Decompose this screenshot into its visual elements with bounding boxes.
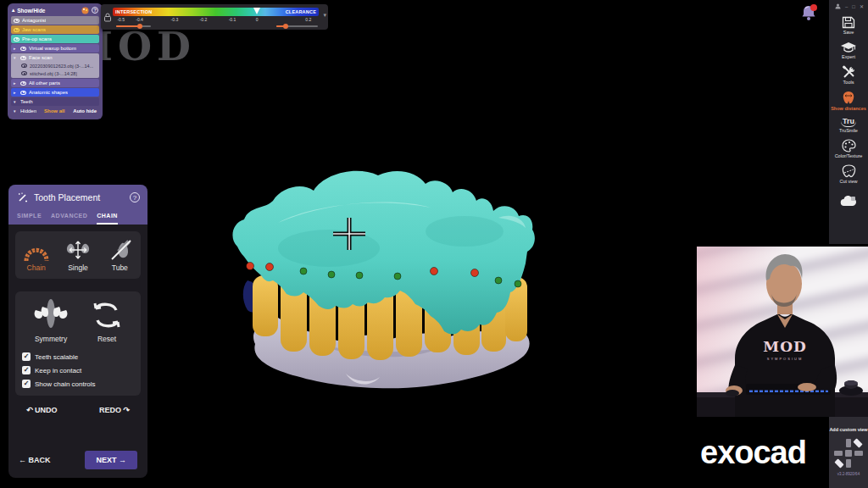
expand-chevron-icon[interactable]: ▸ bbox=[14, 90, 18, 95]
item-label: Anatomic shapes bbox=[29, 90, 68, 95]
back-label: BACK bbox=[29, 456, 51, 464]
showhide-item-jaw-scans[interactable]: Jaw scans bbox=[11, 25, 99, 34]
mouse bbox=[726, 390, 739, 396]
presenter: MOD SYMPOSIUM bbox=[697, 247, 868, 417]
toolbar-color-texture[interactable]: Color/Texture bbox=[829, 139, 868, 158]
mode-single[interactable]: Single bbox=[64, 240, 92, 272]
showhide-item-antagonist[interactable]: Antagonist bbox=[11, 16, 99, 25]
toolbar-label: Cut view bbox=[839, 179, 857, 184]
checkbox-show-chain-controls[interactable]: ✓ Show chain controls bbox=[22, 377, 134, 391]
item-label: Face scan bbox=[29, 55, 53, 60]
checkbox-icon[interactable]: ✓ bbox=[22, 366, 31, 374]
redo-icon: ↷ bbox=[123, 406, 130, 414]
auto-hide-button[interactable]: Auto hide bbox=[73, 108, 97, 114]
checkbox-keep-in-contact[interactable]: ✓ Keep in contact bbox=[22, 363, 134, 377]
show-all-button[interactable]: Show all bbox=[44, 108, 64, 114]
undo-icon: ↶ bbox=[26, 406, 33, 414]
reset-icon bbox=[90, 298, 124, 332]
options-card: Symmetry Reset ✓ Teeth scalable ✓ bbox=[15, 291, 141, 396]
distance-gradient-bar[interactable]: INTERSECTION CLEARANCE bbox=[113, 8, 319, 16]
showhide-subitem-stitched-obj[interactable]: stitched.obj (3-...14:28) bbox=[11, 69, 99, 77]
eye-icon[interactable] bbox=[14, 19, 19, 23]
checkbox-icon[interactable]: ✓ bbox=[22, 380, 31, 388]
reset-button[interactable]: Reset bbox=[90, 298, 124, 343]
eye-icon[interactable] bbox=[20, 81, 26, 86]
toolbar-cloud[interactable] bbox=[829, 196, 868, 207]
checkbox-icon[interactable]: ✓ bbox=[22, 352, 31, 361]
showhide-item-teeth[interactable]: ▾ Teeth bbox=[11, 97, 99, 106]
eye-icon[interactable] bbox=[20, 56, 26, 60]
showhide-subitem-obj-file[interactable]: 20220309012623.obj (3-...14... bbox=[11, 62, 99, 69]
help-icon[interactable]: ? bbox=[92, 7, 98, 14]
clearance-slider-knob[interactable] bbox=[283, 24, 288, 29]
showhide-item-anatomic-shapes[interactable]: ▸ Anatomic shapes bbox=[11, 88, 99, 97]
eye-icon[interactable] bbox=[20, 91, 26, 95]
toolbar-trusmile[interactable]: Tru TruSmile bbox=[829, 117, 868, 133]
palette-icon[interactable] bbox=[81, 7, 89, 14]
collapse-chevron-icon[interactable]: ▴ bbox=[12, 7, 14, 14]
tool-label: Symmetry bbox=[35, 335, 67, 343]
back-button[interactable]: ← BACK bbox=[19, 456, 51, 464]
collapse-chevron-icon[interactable]: ▾ bbox=[14, 55, 18, 60]
collapse-chevron-icon[interactable]: ▾ bbox=[14, 99, 18, 104]
undo-button[interactable]: ↶ UNDO bbox=[26, 406, 58, 414]
redo-button[interactable]: REDO ↷ bbox=[99, 406, 130, 414]
zero-marker[interactable] bbox=[253, 8, 260, 14]
mode-chain[interactable]: Chain bbox=[22, 240, 51, 272]
checkbox-label: Show chain controls bbox=[35, 380, 96, 388]
checkbox-teeth-scalable[interactable]: ✓ Teeth scalable bbox=[22, 350, 134, 363]
showhide-item-face-scan[interactable]: ▾ Face scan bbox=[11, 53, 99, 62]
intersection-slider-knob[interactable] bbox=[137, 24, 142, 29]
chevron-down-icon[interactable]: ▾ bbox=[323, 12, 326, 19]
toolbar-label: TruSmile bbox=[839, 128, 858, 133]
show-distances-icon bbox=[841, 91, 856, 105]
palette-icon bbox=[842, 139, 856, 152]
mode-tube[interactable]: Tube bbox=[105, 240, 134, 272]
exocad-wordmark: exocad bbox=[700, 435, 806, 471]
expand-chevron-icon[interactable]: ▸ bbox=[14, 46, 18, 51]
toolbar-cut-view[interactable]: Cut view bbox=[829, 164, 868, 184]
collapse-chevron-icon[interactable]: ▾ bbox=[14, 108, 18, 114]
toolbar-tools[interactable]: Tools bbox=[829, 65, 868, 85]
tick-label: -0.1 bbox=[229, 17, 236, 22]
add-custom-view-button[interactable]: Add custom view bbox=[829, 427, 867, 432]
help-icon[interactable]: ? bbox=[130, 192, 140, 202]
notification-bell-icon[interactable] bbox=[798, 3, 819, 23]
exocad-logo: exocad bbox=[700, 426, 836, 479]
close-button[interactable]: ✕ bbox=[860, 3, 864, 9]
item-label: Teeth bbox=[20, 99, 33, 104]
minimize-button[interactable]: – bbox=[845, 4, 848, 9]
eye-icon[interactable] bbox=[14, 28, 19, 32]
toolbar-show-distances[interactable]: Show distances bbox=[829, 91, 868, 111]
eye-icon[interactable] bbox=[21, 71, 27, 75]
tab-chain[interactable]: CHAIN bbox=[97, 210, 118, 225]
expand-chevron-icon[interactable]: ▸ bbox=[14, 80, 18, 86]
user-icon[interactable] bbox=[835, 3, 841, 9]
eye-icon[interactable] bbox=[14, 37, 19, 42]
eye-icon[interactable] bbox=[21, 64, 27, 68]
back-arrow-icon: ← bbox=[19, 456, 26, 464]
clearance-label: CLEARANCE bbox=[286, 9, 316, 14]
maximize-button[interactable]: □ bbox=[852, 4, 855, 9]
lock-icon[interactable] bbox=[103, 13, 112, 22]
tab-advanced[interactable]: ADVANCED bbox=[51, 210, 87, 225]
tooth-placement-panel: Tooth Placement ? SIMPLE ADVANCED CHAIN … bbox=[8, 185, 147, 478]
toolbar-save[interactable]: Save bbox=[829, 16, 868, 35]
custom-view-panel: Add custom view v3.2-8920/64 bbox=[829, 417, 868, 488]
symmetry-button[interactable]: Symmetry bbox=[32, 298, 70, 343]
3d-viewport[interactable] bbox=[227, 164, 542, 394]
tab-simple[interactable]: SIMPLE bbox=[17, 210, 42, 225]
toolbar-expert[interactable]: Expert bbox=[829, 41, 868, 59]
item-label: Antagonist bbox=[22, 18, 46, 23]
clearance-slider[interactable] bbox=[276, 25, 318, 27]
version-label: v3.2-8920/64 bbox=[837, 472, 860, 476]
showhide-item-all-other-parts[interactable]: ▸ All other parts bbox=[11, 79, 99, 87]
next-button[interactable]: NEXT → bbox=[85, 451, 137, 469]
view-navigation-widget[interactable] bbox=[831, 435, 866, 471]
showhide-item-preop-scans[interactable]: Pre-op scans bbox=[11, 35, 99, 43]
intersection-slider[interactable] bbox=[116, 25, 151, 27]
shirt-logo-subtext: SYMPOSIUM bbox=[767, 357, 803, 361]
tick-label: 0 bbox=[256, 17, 259, 22]
eye-icon[interactable] bbox=[20, 47, 26, 51]
showhide-item-virtual-waxup[interactable]: ▸ Virtual waxup bottom bbox=[11, 44, 99, 53]
